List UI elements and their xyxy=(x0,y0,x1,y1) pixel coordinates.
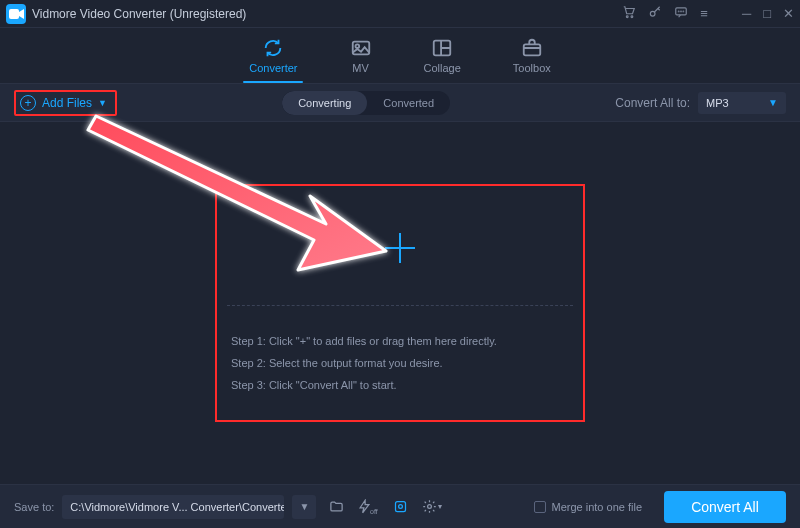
instruction-steps: Step 1: Click "+" to add files or drag t… xyxy=(217,306,583,420)
feature-tabs: Converter MV Collage Toolbox xyxy=(0,28,800,84)
output-format-dropdown[interactable]: MP3 ▼ xyxy=(698,92,786,114)
tab-label: Toolbox xyxy=(513,62,551,74)
svg-point-3 xyxy=(651,11,656,16)
svg-point-7 xyxy=(683,11,684,12)
save-path-field[interactable]: C:\Vidmore\Vidmore V... Converter\Conver… xyxy=(62,495,284,519)
minimize-icon[interactable]: ─ xyxy=(742,6,751,21)
collage-icon xyxy=(431,38,453,58)
tab-label: Converter xyxy=(249,62,297,74)
convert-status-tabs: Converting Converted xyxy=(282,91,450,115)
svg-point-13 xyxy=(398,505,402,509)
svg-rect-11 xyxy=(524,44,541,55)
toolbar: + Add Files ▼ Converting Converted Conve… xyxy=(0,84,800,122)
svg-point-2 xyxy=(631,16,633,18)
step-3: Step 3: Click "Convert All" to start. xyxy=(231,379,569,391)
step-1: Step 1: Click "+" to add files or drag t… xyxy=(231,335,569,347)
svg-rect-0 xyxy=(9,9,19,19)
svg-point-14 xyxy=(428,505,432,509)
tab-label: Collage xyxy=(424,62,461,74)
tab-converted[interactable]: Converted xyxy=(367,91,450,115)
svg-point-1 xyxy=(627,16,629,18)
svg-point-6 xyxy=(681,11,682,12)
hardware-accel-icon[interactable]: off xyxy=(356,495,380,519)
tab-collage[interactable]: Collage xyxy=(424,38,461,74)
merge-checkbox[interactable]: Merge into one file xyxy=(534,501,643,513)
maximize-icon[interactable]: □ xyxy=(763,6,771,21)
chevron-down-icon: ▼ xyxy=(98,98,107,108)
tab-mv[interactable]: MV xyxy=(350,38,372,74)
convert-all-button[interactable]: Convert All xyxy=(664,491,786,523)
step-2: Step 2: Select the output format you des… xyxy=(231,357,569,369)
converter-icon xyxy=(262,38,284,58)
menu-icon[interactable]: ≡ xyxy=(700,6,708,21)
open-folder-icon[interactable] xyxy=(324,495,348,519)
output-format-value: MP3 xyxy=(706,97,729,109)
main-area: Step 1: Click "+" to add files or drag t… xyxy=(0,122,800,484)
app-title: Vidmore Video Converter (Unregistered) xyxy=(32,7,246,21)
tab-converting[interactable]: Converting xyxy=(282,91,367,115)
plus-icon[interactable] xyxy=(385,233,415,263)
tab-converter[interactable]: Converter xyxy=(249,38,297,74)
title-bar: Vidmore Video Converter (Unregistered) ≡… xyxy=(0,0,800,28)
key-icon[interactable] xyxy=(648,5,662,22)
mv-icon xyxy=(350,38,372,58)
title-bar-right: ≡ ─ □ ✕ xyxy=(622,5,794,22)
svg-point-5 xyxy=(679,11,680,12)
plus-circle-icon: + xyxy=(20,95,36,111)
high-speed-icon[interactable] xyxy=(388,495,412,519)
toolbox-icon xyxy=(521,38,543,58)
checkbox-icon xyxy=(534,501,546,513)
chevron-down-icon: ▼ xyxy=(768,97,778,108)
tab-toolbox[interactable]: Toolbox xyxy=(513,38,551,74)
app-logo xyxy=(6,4,26,24)
add-area[interactable] xyxy=(227,192,573,306)
save-to-label: Save to: xyxy=(14,501,54,513)
add-files-label: Add Files xyxy=(42,96,92,110)
close-icon[interactable]: ✕ xyxy=(783,6,794,21)
svg-point-9 xyxy=(355,44,359,48)
settings-icon[interactable]: ▾ xyxy=(420,495,444,519)
bottom-bar: Save to: C:\Vidmore\Vidmore V... Convert… xyxy=(0,484,800,528)
add-files-button[interactable]: + Add Files ▼ xyxy=(14,90,117,116)
merge-label: Merge into one file xyxy=(552,501,643,513)
tab-label: MV xyxy=(352,62,369,74)
save-path-dropdown[interactable]: ▼ xyxy=(292,495,316,519)
drop-zone[interactable]: Step 1: Click "+" to add files or drag t… xyxy=(215,184,585,422)
comment-icon[interactable] xyxy=(674,5,688,22)
convert-all-to: Convert All to: MP3 ▼ xyxy=(615,92,786,114)
convert-all-to-label: Convert All to: xyxy=(615,96,690,110)
cart-icon[interactable] xyxy=(622,5,636,22)
svg-rect-12 xyxy=(395,502,405,512)
